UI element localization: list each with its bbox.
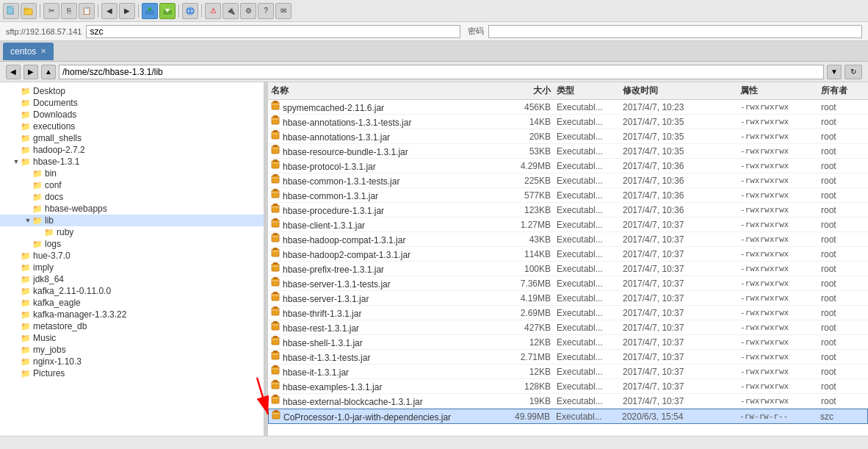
file-owner: root	[821, 220, 865, 230]
upload-button[interactable]	[142, 3, 158, 19]
col-header-name[interactable]: 名称	[271, 85, 498, 97]
password-label: 密码	[468, 26, 484, 37]
tree-item[interactable]: 📁hue-3.7.0	[0, 250, 264, 262]
table-row[interactable]: hbase-common-1.3.1.jar577KBExecutabl...2…	[268, 188, 868, 203]
password-input[interactable]	[488, 25, 862, 38]
message-button[interactable]: ✉	[275, 3, 292, 19]
table-row[interactable]: hbase-common-1.3.1-tests.jar225KBExecuta…	[268, 173, 868, 188]
download-button[interactable]	[159, 3, 176, 19]
tree-item[interactable]: 📁Music	[0, 332, 264, 344]
tree-item[interactable]: 📁hbase-webapps	[0, 203, 264, 215]
tree-item[interactable]: 📁kafka_2.11-0.11.0.0	[0, 285, 264, 297]
back-button[interactable]: ◀	[101, 3, 117, 19]
table-row[interactable]: hbase-shell-1.3.1.jar12KBExecutabl...201…	[268, 335, 868, 350]
table-row[interactable]: hbase-thrift-1.3.1.jar2.69MBExecutabl...…	[268, 306, 868, 320]
file-size: 4.19MB	[498, 293, 557, 303]
globe-icon-btn[interactable]	[182, 3, 198, 19]
jar-icon	[271, 398, 280, 406]
col-header-attr[interactable]: 属性	[740, 85, 821, 97]
table-row[interactable]: hbase-server-1.3.1.jar4.19MBExecutabl...…	[268, 291, 868, 306]
folder-icon: 📁	[21, 122, 31, 132]
tree-item[interactable]: 📁conf	[0, 179, 264, 191]
tree-item[interactable]: 📁docs	[0, 191, 264, 203]
tree-item-label: hue-3.7.0	[33, 251, 70, 261]
tree-item[interactable]: 📁logs	[0, 238, 264, 250]
nav-dropdown-button[interactable]: ▼	[827, 65, 842, 79]
table-row[interactable]: hbase-resource-bundle-1.3.1.jar53KBExecu…	[268, 144, 868, 159]
col-header-size[interactable]: 大小	[498, 85, 557, 97]
tree-item[interactable]: 📁Documents	[0, 97, 264, 109]
tree-item[interactable]: 📁Pictures	[0, 367, 264, 379]
table-row[interactable]: hbase-client-1.3.1.jar1.27MBExecutabl...…	[268, 218, 868, 232]
table-row[interactable]: hbase-it-1.3.1-tests.jar2.71MBExecutabl.…	[268, 350, 868, 364]
tree-item[interactable]: 📁kafka-manager-1.3.3.22	[0, 309, 264, 320]
alert-button[interactable]: ⚠	[205, 3, 221, 19]
file-modified: 2017/4/7, 10:37	[623, 308, 740, 318]
nav-back-button[interactable]: ◀	[6, 65, 21, 79]
table-row[interactable]: hbase-it-1.3.1.jar12KBExecutabl...2017/4…	[268, 364, 868, 379]
file-attr: -rwxrwxrwx	[740, 117, 821, 126]
tab-close-button[interactable]: ✕	[40, 47, 46, 55]
file-rows-container: spymemcached-2.11.6.jar456KBExecutabl...…	[268, 100, 868, 424]
connect-button[interactable]: 🔌	[223, 3, 239, 19]
table-row[interactable]: spymemcached-2.11.6.jar456KBExecutabl...…	[268, 100, 868, 115]
col-header-type[interactable]: 类型	[557, 85, 623, 97]
folder-icon: 📁	[21, 87, 31, 96]
help-button[interactable]: ?	[258, 3, 274, 19]
table-row[interactable]: hbase-hadoop-compat-1.3.1.jar43KBExecuta…	[268, 232, 868, 247]
file-name: hbase-common-1.3.1-tests.jar	[271, 174, 498, 187]
tree-item[interactable]: 📁Desktop	[0, 85, 264, 97]
col-header-owner[interactable]: 所有者	[821, 85, 865, 97]
tree-item[interactable]: 📁hadoop-2.7.2	[0, 144, 264, 156]
tree-item[interactable]: 📁executions	[0, 121, 264, 132]
table-row[interactable]: hbase-annotations-1.3.1.jar20KBExecutabl…	[268, 129, 868, 144]
username-input[interactable]	[86, 25, 460, 38]
table-row[interactable]: hbase-annotations-1.3.1-tests.jar14KBExe…	[268, 115, 868, 129]
copy-button[interactable]: ⎘	[61, 3, 77, 19]
tree-item[interactable]: 📁metastore_db	[0, 320, 264, 332]
open-button[interactable]	[21, 3, 37, 19]
nav-refresh-button[interactable]: ↻	[845, 65, 862, 79]
tree-item[interactable]: 📁jdk8_64	[0, 273, 264, 285]
tree-item[interactable]: 📁imply	[0, 262, 264, 273]
nav-up-button[interactable]: ▲	[41, 65, 56, 79]
table-row[interactable]: hbase-server-1.3.1-tests.jar7.36MBExecut…	[268, 276, 868, 291]
paste-button[interactable]: 📋	[79, 3, 95, 19]
tree-item-label: ruby	[57, 227, 73, 237]
tree-item[interactable]: 📁nginx-1.10.3	[0, 356, 264, 367]
table-row[interactable]: hbase-rest-1.3.1.jar427KBExecutabl...201…	[268, 320, 868, 335]
svg-rect-13	[273, 101, 278, 103]
table-row[interactable]: hbase-examples-1.3.1.jar128KBExecutabl..…	[268, 379, 868, 394]
file-name: hbase-external-blockcache-1.3.1.jar	[271, 395, 498, 407]
table-row[interactable]: hbase-protocol-1.3.1.jar4.29MBExecutabl.…	[268, 159, 868, 173]
table-row[interactable]: hbase-external-blockcache-1.3.1.jar19KBE…	[268, 394, 868, 409]
table-row[interactable]: hbase-procedure-1.3.1.jar123KBExecutabl.…	[268, 203, 868, 218]
table-row[interactable]: CoProcessor-1.0-jar-with-dependencies.ja…	[268, 409, 868, 424]
forward-button[interactable]: ▶	[119, 3, 135, 19]
col-header-modified[interactable]: 修改时间	[623, 85, 740, 97]
table-row[interactable]: hbase-prefix-tree-1.3.1.jar100KBExecutab…	[268, 262, 868, 276]
file-name: hbase-common-1.3.1.jar	[271, 189, 498, 201]
tree-item[interactable]: 📁Downloads	[0, 109, 264, 121]
expand-icon: ▼	[12, 158, 21, 165]
tree-item-label: jdk8_64	[33, 274, 64, 284]
folder-icon: 📁	[21, 251, 31, 261]
nav-forward-button[interactable]: ▶	[23, 65, 38, 79]
cut-button[interactable]: ✂	[43, 3, 59, 19]
tree-item[interactable]: 📁gmall_shells	[0, 132, 264, 144]
tree-item[interactable]: ▼📁hbase-1.3.1	[0, 156, 264, 168]
svg-rect-5	[145, 10, 154, 15]
tree-item[interactable]: 📁my_jobs	[0, 344, 264, 356]
path-input[interactable]	[59, 65, 824, 79]
tab-centos[interactable]: centos ✕	[3, 43, 54, 60]
tree-item[interactable]: 📁ruby	[0, 226, 264, 238]
tree-item[interactable]: ▼📁lib	[0, 215, 264, 226]
svg-rect-67	[273, 365, 278, 367]
file-name: hbase-thrift-1.3.1.jar	[271, 306, 498, 319]
file-modified: 2017/4/7, 10:37	[623, 337, 740, 348]
tree-item[interactable]: 📁kafka_eagle	[0, 297, 264, 309]
settings-button[interactable]: ⚙	[240, 3, 256, 19]
table-row[interactable]: hbase-hadoop2-compat-1.3.1.jar114KBExecu…	[268, 247, 868, 262]
new-button[interactable]	[3, 3, 19, 19]
tree-item[interactable]: 📁bin	[0, 168, 264, 179]
